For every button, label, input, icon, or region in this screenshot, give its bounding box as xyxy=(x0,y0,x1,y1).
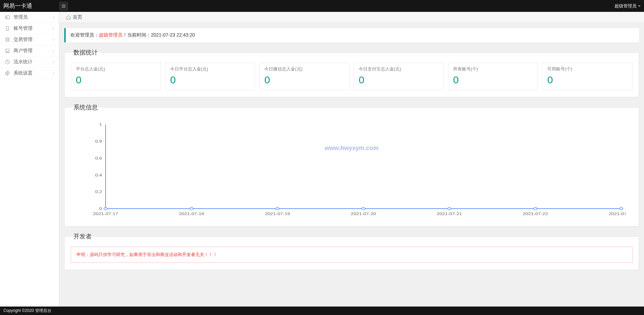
sidebar-item-label: 系统设置 xyxy=(14,70,32,76)
sidebar-item-flow[interactable]: 流水统计 ‹ xyxy=(0,57,59,68)
svg-point-28 xyxy=(362,207,365,210)
stat-value: 0 xyxy=(264,74,345,86)
stat-label: 平台总入金(元) xyxy=(76,66,156,72)
svg-text:2021-07-22: 2021-07-22 xyxy=(523,211,548,216)
topbar: 网易一卡通 超级管理员 xyxy=(0,0,644,12)
device-icon xyxy=(5,26,10,31)
svg-point-31 xyxy=(620,207,623,210)
sidebar-item-trade[interactable]: 交易管理 ‹ xyxy=(0,34,59,45)
database-icon xyxy=(5,37,10,42)
sidebar-item-label: 管理员 xyxy=(14,14,28,20)
svg-text:0: 0 xyxy=(99,207,102,211)
welcome-prefix: 欢迎管理员： xyxy=(70,32,99,38)
stat-label: 今日微信总入金(元) xyxy=(264,66,345,72)
sidebar-item-label: 商户管理 xyxy=(14,48,32,54)
menu-toggle-button[interactable] xyxy=(59,2,68,10)
sidebar-item-merchant[interactable]: 商户管理 ‹ xyxy=(0,45,59,57)
sidebar-item-label: 流水统计 xyxy=(14,59,32,65)
stat-box: 可用账号(个)0 xyxy=(542,63,632,90)
stat-label: 所有账号(个) xyxy=(453,66,533,72)
sidebar: 管理员 ‹ 账号管理 ‹ 交易管理 ‹ 商户管理 ‹ 流水统计 ‹ 系统设置 ‹ xyxy=(0,12,59,307)
svg-point-9 xyxy=(7,72,8,74)
stat-box: 所有账号(个)0 xyxy=(448,63,538,90)
svg-text:2021-07-21: 2021-07-21 xyxy=(437,211,462,216)
svg-point-7 xyxy=(6,38,9,39)
stat-box: 平台总入金(元)0 xyxy=(71,63,161,90)
chevron-left-icon: ‹ xyxy=(53,48,54,53)
chevron-left-icon: ‹ xyxy=(53,60,54,64)
user-menu-dropdown[interactable]: 超级管理员 xyxy=(615,3,641,9)
developer-section: 开发者 申明：源码只供学习研究，如果用于非法和商业活动和开发者无关！！！ xyxy=(64,232,639,270)
welcome-banner: 欢迎管理员：超级管理员！当前时间：2021-07-23 22:43:20 xyxy=(64,28,639,42)
id-card-icon xyxy=(5,15,10,20)
sidebar-item-admin[interactable]: 管理员 ‹ xyxy=(0,12,59,23)
chevron-left-icon: ‹ xyxy=(53,37,54,42)
stat-value: 0 xyxy=(170,74,250,86)
stats-title: 数据统计 xyxy=(71,48,101,57)
dev-title: 开发者 xyxy=(71,232,94,240)
breadcrumb-home[interactable]: 首页 xyxy=(73,14,82,20)
svg-text:2021-07-19: 2021-07-19 xyxy=(265,211,290,216)
svg-text:2021-07-20: 2021-07-20 xyxy=(351,211,376,216)
stat-label: 今日支付宝总入金(元) xyxy=(359,66,439,72)
svg-text:0.8: 0.8 xyxy=(95,139,102,144)
chevron-left-icon: ‹ xyxy=(53,26,54,31)
stat-label: 今日平台总入金(元) xyxy=(170,66,250,72)
chart-icon xyxy=(5,59,10,65)
sidebar-item-label: 账号管理 xyxy=(14,25,32,31)
svg-text:2021-07-18: 2021-07-18 xyxy=(179,211,204,216)
system-title: 系统信息 xyxy=(71,103,101,111)
svg-text:0.4: 0.4 xyxy=(95,173,102,177)
stat-value: 0 xyxy=(547,74,627,86)
welcome-admin: 超级管理员 xyxy=(99,32,123,38)
breadcrumb: 首页 xyxy=(59,12,644,23)
footer-text: Copyright ©2020 管理后台 xyxy=(3,308,51,314)
sidebar-item-settings[interactable]: 系统设置 ‹ xyxy=(0,68,59,79)
svg-point-4 xyxy=(6,17,7,18)
svg-text:0.6: 0.6 xyxy=(95,156,102,160)
stat-box: 今日微信总入金(元)0 xyxy=(259,63,350,90)
stat-label: 可用账号(个) xyxy=(547,66,627,72)
footer: Copyright ©2020 管理后台 xyxy=(0,307,644,315)
welcome-time: 2021-07-23 22:43:20 xyxy=(151,32,195,38)
svg-point-30 xyxy=(534,207,537,210)
svg-rect-3 xyxy=(5,16,9,19)
gear-icon xyxy=(5,70,10,76)
svg-text:0.2: 0.2 xyxy=(95,190,102,194)
system-info-section: 系统信息 www.hwyxym.com 00.20.40.60.812021-0… xyxy=(64,103,639,226)
svg-text:2021-07-17: 2021-07-17 xyxy=(93,211,118,216)
sidebar-item-account[interactable]: 账号管理 ‹ xyxy=(0,23,59,34)
app-title: 网易一卡通 xyxy=(3,2,59,10)
stat-value: 0 xyxy=(453,74,533,86)
line-chart: www.hwyxym.com 00.20.40.60.812021-07-172… xyxy=(71,118,632,219)
stat-box: 今日支付宝总入金(元)0 xyxy=(354,63,444,90)
svg-point-29 xyxy=(448,207,451,210)
svg-text:2021-07-23: 2021-07-23 xyxy=(608,211,626,216)
user-name: 超级管理员 xyxy=(615,3,637,9)
welcome-suffix: ！当前时间： xyxy=(123,32,151,38)
merchant-icon xyxy=(5,48,10,54)
svg-point-25 xyxy=(104,207,107,210)
chevron-left-icon: ‹ xyxy=(53,71,54,76)
hamburger-icon xyxy=(61,4,66,8)
stats-section: 数据统计 平台总入金(元)0今日平台总入金(元)0今日微信总入金(元)0今日支付… xyxy=(64,48,639,97)
chevron-left-icon: ‹ xyxy=(53,15,54,20)
stat-box: 今日平台总入金(元)0 xyxy=(165,63,256,90)
stat-value: 0 xyxy=(76,74,156,86)
svg-point-26 xyxy=(190,207,193,210)
sidebar-item-label: 交易管理 xyxy=(14,37,32,43)
home-icon xyxy=(66,15,71,20)
svg-text:1: 1 xyxy=(99,122,102,127)
svg-point-27 xyxy=(276,207,279,210)
dev-note: 申明：源码只供学习研究，如果用于非法和商业活动和开发者无关！！！ xyxy=(71,247,632,263)
stat-value: 0 xyxy=(359,74,439,86)
